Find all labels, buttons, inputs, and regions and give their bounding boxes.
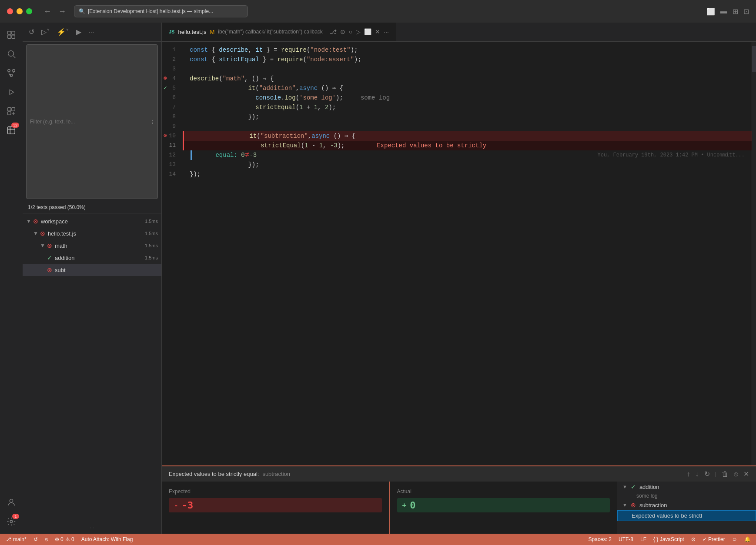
output-error-icon: ⊗ xyxy=(631,502,636,508)
status-encoding[interactable]: UTF-8 xyxy=(619,536,633,542)
tab-hello-test[interactable]: JS hello.test.js M ibe("math") callback/… xyxy=(162,23,396,41)
tree-item-addition[interactable]: ✓ addition 1.5ms xyxy=(23,252,161,264)
layout-icon[interactable]: ⊞ xyxy=(733,7,738,16)
minimize-button[interactable] xyxy=(17,8,23,14)
line-numbers: 1 2 3 ⊗ 4 ✓ xyxy=(162,42,183,465)
svg-point-13 xyxy=(10,520,13,523)
activity-extensions[interactable] xyxy=(3,103,20,120)
activity-settings[interactable]: 1 xyxy=(3,513,20,530)
next-error-button[interactable]: ↓ xyxy=(696,470,699,478)
go-to-test-button[interactable]: ⎋ xyxy=(152,266,158,273)
run-test-tab-icon[interactable]: ▷ xyxy=(356,28,361,35)
expected-number: -3 xyxy=(182,500,194,511)
open-external-button[interactable]: ⎋ xyxy=(734,470,738,478)
test-tree: ▼ ⊗ workspace 1.5ms ▼ ⊗ hello.test.js 1.… xyxy=(23,213,161,369)
line-number-13: 13 xyxy=(162,160,183,169)
svg-point-7 xyxy=(13,70,15,72)
code-line-2: const { strictEqual } = require("node:as… xyxy=(183,55,752,64)
sidebar: ↺ ▷˅ ⚡˅ ▶ ··· ⫶ 1/2 tests passed (50.0%)… xyxy=(23,23,162,534)
status-publish[interactable]: ⎋ xyxy=(45,536,48,542)
status-prettier[interactable]: ✓ Prettier xyxy=(702,536,725,542)
filter-box[interactable]: ⫶ xyxy=(26,44,158,199)
actual-value: + 0 xyxy=(397,498,610,512)
refresh-tests-button[interactable]: ↺ xyxy=(26,26,37,38)
svg-rect-10 xyxy=(12,108,15,111)
tree-label-workspace: workspace xyxy=(41,218,143,225)
errors-text: ⊗ 0 xyxy=(55,536,64,542)
language-text: { } JavaScript xyxy=(653,536,684,542)
output-log-some-log: some log xyxy=(617,492,756,500)
prev-error-button[interactable]: ↑ xyxy=(687,470,690,478)
run-all-tests-button[interactable]: ▷˅ xyxy=(39,26,53,38)
activity-source-control[interactable] xyxy=(3,64,20,82)
output-item-subtraction-group[interactable]: ▼ ⊗ subtraction xyxy=(617,500,756,510)
delete-button[interactable]: 🗑 xyxy=(722,470,729,478)
maximize-button[interactable] xyxy=(26,8,32,14)
address-bar-text: [Extension Development Host] hello.test.… xyxy=(88,8,213,14)
address-bar[interactable]: 🔍 [Extension Development Host] hello.tes… xyxy=(74,5,248,17)
status-line-ending[interactable]: LF xyxy=(640,536,646,542)
line-number-2: 2 xyxy=(162,55,183,64)
git-blame: You, February 19th, 2023 1:42 PM • Uncom… xyxy=(598,150,745,160)
publish-icon: ⎋ xyxy=(45,536,48,542)
activity-search[interactable] xyxy=(3,45,20,63)
filter-input[interactable] xyxy=(30,119,149,125)
line-number-3: 3 xyxy=(162,64,183,74)
forward-button[interactable]: → xyxy=(56,6,69,17)
tab-lang: JS xyxy=(169,29,174,34)
actual-label: Actual xyxy=(397,489,610,495)
run-test-button[interactable]: ▷ xyxy=(133,266,140,273)
debug-test-button[interactable]: ⚡ xyxy=(141,266,151,273)
close-tab-icon[interactable]: ✕ xyxy=(375,28,380,35)
tree-time-addition: 1.5ms xyxy=(145,255,158,260)
activity-test-explorer[interactable]: 12 xyxy=(3,122,20,139)
output-item-addition-group[interactable]: ▼ ✓ addition xyxy=(617,482,756,492)
auto-attach-text: Auto Attach: With Flag xyxy=(81,536,133,542)
navigate-back-icon[interactable]: ⊙ xyxy=(340,28,345,35)
traffic-lights xyxy=(7,8,32,14)
activity-explorer[interactable] xyxy=(3,26,20,43)
status-error-icon: ⊗ xyxy=(47,266,52,273)
panel-icon[interactable]: ▬ xyxy=(720,7,727,15)
status-auto-attach[interactable]: Auto Attach: With Flag xyxy=(81,536,133,542)
svg-rect-9 xyxy=(8,108,11,111)
activity-run-debug[interactable] xyxy=(3,83,20,101)
tree-item-math[interactable]: ▼ ⊗ math 1.5ms xyxy=(23,239,161,252)
tree-item-workspace[interactable]: ▼ ⊗ workspace 1.5ms xyxy=(23,215,161,227)
status-language[interactable]: { } JavaScript xyxy=(653,536,684,542)
chevron-down-icon: ▼ xyxy=(622,502,627,508)
close-button[interactable] xyxy=(7,8,13,14)
svg-rect-11 xyxy=(8,112,11,115)
title-bar: ← → 🔍 [Extension Development Host] hello… xyxy=(0,0,756,23)
status-spaces[interactable]: Spaces: 2 xyxy=(589,536,612,542)
tree-item-subtraction[interactable]: ⊗ subt ▷ ⚡ ⎋ xyxy=(23,264,161,276)
history-button[interactable]: ↻ xyxy=(704,470,710,478)
run-file-button[interactable]: ▶ xyxy=(74,26,84,38)
tree-time-math: 1.5ms xyxy=(145,243,158,248)
tree-item-hello-test[interactable]: ▼ ⊗ hello.test.js 1.5ms xyxy=(23,227,161,239)
status-notifications[interactable]: 🔔 xyxy=(744,536,751,542)
status-branch[interactable]: ⎇ main* xyxy=(5,536,27,542)
code-line-12: equal: 0 ≠ -3 You, February 19th, 2023 1… xyxy=(183,150,752,160)
status-feedback[interactable]: ☺ xyxy=(732,536,737,542)
debug-tests-button[interactable]: ⚡˅ xyxy=(54,26,72,38)
status-sync[interactable]: ↺ xyxy=(33,536,38,542)
split-editor-tab-icon[interactable]: ⬜ xyxy=(364,28,371,35)
code-editor[interactable]: 1 2 3 ⊗ 4 ✓ xyxy=(162,42,756,465)
split-editor-icon[interactable]: ⬜ xyxy=(706,7,715,16)
status-errors[interactable]: ⊗ 0 ⚠ 0 xyxy=(55,536,74,542)
output-item-error-msg[interactable]: Expected values to be strictl xyxy=(617,510,756,521)
back-button[interactable]: ← xyxy=(41,6,54,17)
status-no-telemetry[interactable]: ⊘ xyxy=(691,536,696,542)
spaces-text: Spaces: 2 xyxy=(589,536,612,542)
more-actions-button[interactable]: ··· xyxy=(86,27,97,38)
close-diff-button[interactable]: ✕ xyxy=(743,470,749,478)
navigate-forward-icon[interactable]: ○ xyxy=(349,28,352,35)
breadcrumb-icon[interactable]: ⎇ xyxy=(330,28,337,35)
more-tab-icon[interactable]: ··· xyxy=(384,28,389,35)
activity-bar: 12 1 xyxy=(0,23,23,534)
activity-account[interactable] xyxy=(3,494,20,511)
code-lines[interactable]: const { describe, it } = require("node:t… xyxy=(183,42,752,465)
customize-layout-icon[interactable]: ⊡ xyxy=(743,7,749,16)
status-pass-icon: ✓ xyxy=(47,254,52,261)
